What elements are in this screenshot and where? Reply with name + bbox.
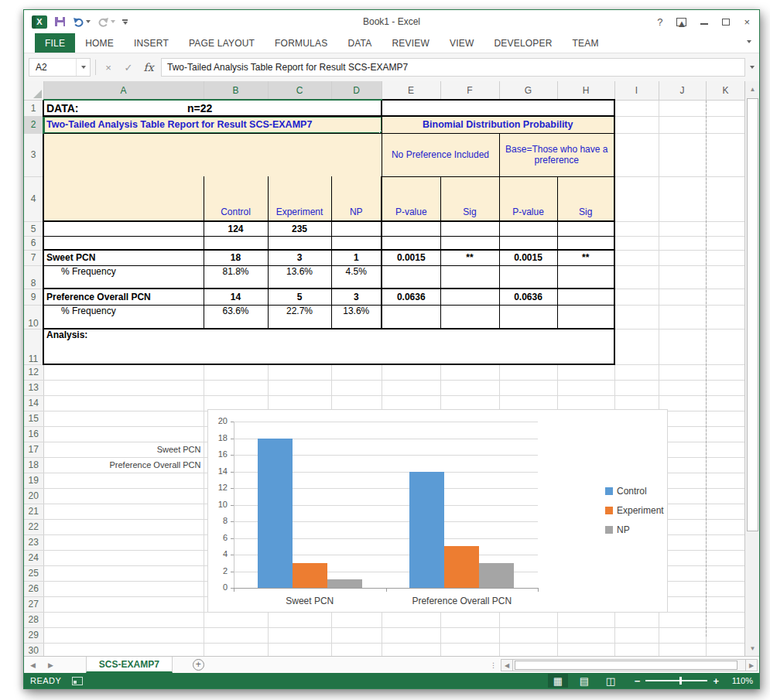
cell-A7[interactable]: Sweet PCN: [43, 250, 204, 265]
cell-H10[interactable]: [557, 305, 614, 329]
row-header-20[interactable]: 20: [24, 488, 43, 504]
cell-C14[interactable]: [268, 395, 331, 411]
cell-K12[interactable]: [706, 364, 745, 380]
cell-H6[interactable]: [557, 236, 614, 250]
cell-C30[interactable]: [268, 643, 331, 656]
cell-E4[interactable]: P-value: [382, 176, 440, 221]
column-header-F[interactable]: F: [440, 81, 499, 100]
row-header-5[interactable]: 5: [24, 221, 43, 236]
cell-G14[interactable]: [499, 395, 557, 411]
cell-F6[interactable]: [440, 236, 499, 250]
ribbon-collapse-icon[interactable]: [747, 40, 751, 43]
cell-K21[interactable]: [706, 504, 745, 519]
horizontal-scroll-track[interactable]: [513, 659, 745, 671]
cell-G4[interactable]: P-value: [499, 176, 557, 221]
cell-A12[interactable]: [43, 364, 204, 380]
cell-B30[interactable]: [204, 643, 268, 656]
column-header-I[interactable]: I: [614, 81, 659, 100]
cell-D12[interactable]: [331, 364, 382, 380]
cell-J28[interactable]: [659, 612, 706, 627]
ribbon-tab-page-layout[interactable]: PAGE LAYOUT: [179, 33, 265, 53]
cell-G6[interactable]: [499, 236, 557, 250]
customize-qat-button[interactable]: [122, 19, 128, 25]
ribbon-tab-file[interactable]: FILE: [35, 33, 75, 53]
cell-A20[interactable]: [43, 488, 204, 504]
row-header-23[interactable]: 23: [24, 534, 43, 550]
row-header-22[interactable]: 22: [24, 519, 43, 534]
cell-I2[interactable]: [614, 116, 659, 133]
cell-J29[interactable]: [659, 627, 706, 643]
cell-J9[interactable]: [659, 289, 706, 305]
cell-K24[interactable]: [706, 550, 745, 565]
cell-C8[interactable]: 13.6%: [268, 265, 331, 289]
cell-K18[interactable]: [706, 457, 745, 473]
cell-H14[interactable]: [557, 395, 614, 411]
cell-F9[interactable]: [440, 289, 499, 305]
cell-F7[interactable]: **: [440, 250, 499, 265]
cell-A25[interactable]: [43, 565, 204, 581]
cell-D28[interactable]: [331, 612, 382, 627]
cell-J14[interactable]: [659, 395, 706, 411]
cell-B10[interactable]: 63.6%: [204, 305, 268, 329]
cell-H5[interactable]: [557, 221, 614, 236]
cell-A24[interactable]: [43, 550, 204, 565]
row-header-16[interactable]: 16: [24, 426, 43, 442]
cell-C28[interactable]: [268, 612, 331, 627]
cell-G29[interactable]: [499, 627, 557, 643]
cell-J6[interactable]: [659, 236, 706, 250]
cell-D13[interactable]: [331, 380, 382, 395]
column-header-K[interactable]: K: [706, 81, 745, 100]
cell-K15[interactable]: [706, 411, 745, 426]
cell-A11[interactable]: Analysis:: [43, 329, 614, 364]
vertical-scroll-thumb[interactable]: [747, 98, 758, 531]
cell-A10[interactable]: % Frequency: [43, 305, 204, 329]
row-header-1[interactable]: 1: [24, 100, 43, 116]
cell-H28[interactable]: [557, 612, 614, 627]
cell-D8[interactable]: 4.5%: [331, 265, 382, 289]
ribbon-tab-team[interactable]: TEAM: [563, 33, 609, 53]
bar-control-preference-overall-pcn[interactable]: [409, 472, 444, 589]
bar-experiment-sweet-pcn[interactable]: [293, 563, 327, 588]
cell-J12[interactable]: [659, 364, 706, 380]
cell-D6[interactable]: [331, 236, 382, 250]
cell-K3[interactable]: [706, 133, 745, 176]
ribbon-tab-view[interactable]: VIEW: [440, 33, 484, 53]
row-header-13[interactable]: 13: [24, 380, 43, 395]
cell-D14[interactable]: [331, 395, 382, 411]
insert-function-button[interactable]: fx: [141, 61, 156, 73]
cell-J30[interactable]: [659, 643, 706, 656]
cell-D30[interactable]: [331, 643, 382, 656]
bar-np-preference-overall-pcn[interactable]: [479, 563, 514, 588]
page-break-preview-button[interactable]: ◫: [601, 674, 621, 688]
cell-F13[interactable]: [440, 380, 499, 395]
cell-F12[interactable]: [440, 364, 499, 380]
cell-G9[interactable]: 0.0636: [499, 289, 557, 305]
cell-I10[interactable]: [614, 305, 659, 329]
maximize-button[interactable]: [722, 19, 730, 26]
cell-J2[interactable]: [659, 116, 706, 133]
cell-H4[interactable]: Sig: [557, 176, 614, 221]
cell-G28[interactable]: [499, 612, 557, 627]
cell-E29[interactable]: [382, 627, 440, 643]
zoom-in-button[interactable]: +: [713, 676, 719, 686]
cell-C4[interactable]: Experiment: [268, 176, 331, 221]
cell-H30[interactable]: [557, 643, 614, 656]
scroll-left-icon[interactable]: ◀: [501, 659, 513, 671]
row-header-30[interactable]: 30: [24, 643, 43, 656]
row-header-18[interactable]: 18: [24, 457, 43, 473]
cell-I5[interactable]: [614, 221, 659, 236]
cell-E2[interactable]: Binomial Distribution Probability: [382, 116, 614, 133]
cell-J1[interactable]: [659, 100, 706, 116]
scroll-right-icon[interactable]: ▶: [745, 659, 758, 671]
cell-J7[interactable]: [659, 250, 706, 265]
cell-G3[interactable]: Base=Those who have a preference: [499, 133, 614, 176]
cell-E28[interactable]: [382, 612, 440, 627]
cell-C9[interactable]: 5: [268, 289, 331, 305]
new-sheet-button[interactable]: +: [193, 659, 204, 671]
row-header-25[interactable]: 25: [24, 565, 43, 581]
row-header-15[interactable]: 15: [24, 411, 43, 426]
cell-A29[interactable]: [43, 627, 204, 643]
column-header-D[interactable]: D: [331, 81, 382, 100]
cell-E13[interactable]: [382, 380, 440, 395]
sheet-tab-scs-examp7[interactable]: SCS-EXAMP7: [86, 657, 173, 673]
